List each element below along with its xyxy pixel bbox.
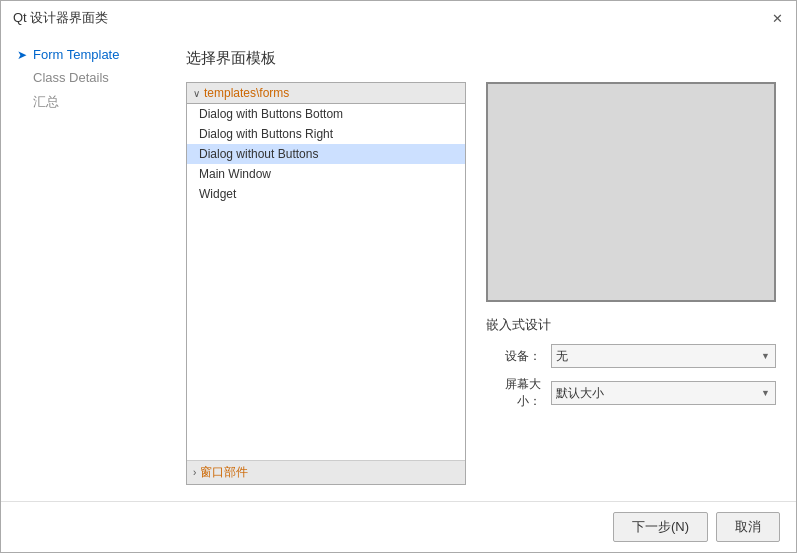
screen-select-wrapper: 默认大小	[551, 381, 776, 405]
list-group-header-widgets[interactable]: › 窗口部件	[187, 460, 465, 484]
list-item[interactable]: Dialog with Buttons Bottom	[187, 104, 465, 124]
sidebar-item-label: Form Template	[33, 47, 119, 62]
sidebar-item-summary[interactable]: 汇总	[1, 89, 166, 115]
template-list: ∨ templates\forms Dialog with Buttons Bo…	[186, 82, 466, 485]
sidebar-item-form-template[interactable]: ➤ Form Template	[1, 43, 166, 66]
screen-row: 屏幕大小： 默认大小	[486, 376, 776, 410]
sidebar: ➤ Form Template Class Details 汇总	[1, 33, 166, 501]
right-panel: 嵌入式设计 设备： 无 屏幕大小：	[486, 82, 776, 485]
sidebar-item-label: 汇总	[33, 93, 59, 111]
list-group-header-templates[interactable]: ∨ templates\forms	[187, 83, 465, 104]
list-item[interactable]: Dialog with Buttons Right	[187, 124, 465, 144]
main-content: 选择界面模板 ∨ templates\forms Dialog with But…	[166, 33, 796, 501]
template-list-items: Dialog with Buttons Bottom Dialog with B…	[187, 104, 465, 460]
group-header-label: templates\forms	[204, 86, 289, 100]
device-select-wrapper: 无	[551, 344, 776, 368]
device-row: 设备： 无	[486, 344, 776, 368]
screen-label: 屏幕大小：	[486, 376, 541, 410]
title-bar-controls: ✕	[770, 11, 784, 25]
next-button[interactable]: 下一步(N)	[613, 512, 708, 542]
sidebar-item-label: Class Details	[33, 70, 109, 85]
list-item[interactable]: Main Window	[187, 164, 465, 184]
window-title: Qt 设计器界面类	[13, 9, 108, 27]
two-panel: ∨ templates\forms Dialog with Buttons Bo…	[186, 82, 776, 485]
screen-select[interactable]: 默认大小	[551, 381, 776, 405]
footer: 下一步(N) 取消	[1, 501, 796, 552]
chevron-right-icon: ›	[193, 467, 196, 478]
group-header-widgets-label: 窗口部件	[200, 464, 248, 481]
sidebar-item-class-details[interactable]: Class Details	[1, 66, 166, 89]
embedded-section: 嵌入式设计 设备： 无 屏幕大小：	[486, 316, 776, 410]
arrow-icon: ➤	[17, 48, 27, 62]
main-window: Qt 设计器界面类 ✕ ➤ Form Template Class Detail…	[0, 0, 797, 553]
list-item-selected[interactable]: Dialog without Buttons	[187, 144, 465, 164]
section-title: 选择界面模板	[186, 49, 776, 68]
device-select[interactable]: 无	[551, 344, 776, 368]
device-label: 设备：	[486, 348, 541, 365]
content-area: ➤ Form Template Class Details 汇总 选择界面模板 …	[1, 33, 796, 501]
chevron-down-icon: ∨	[193, 88, 200, 99]
cancel-button[interactable]: 取消	[716, 512, 780, 542]
preview-box	[486, 82, 776, 302]
title-bar: Qt 设计器界面类 ✕	[1, 1, 796, 33]
close-button[interactable]: ✕	[770, 11, 784, 25]
left-panel: ∨ templates\forms Dialog with Buttons Bo…	[186, 82, 466, 485]
list-item[interactable]: Widget	[187, 184, 465, 204]
embedded-title: 嵌入式设计	[486, 316, 776, 334]
